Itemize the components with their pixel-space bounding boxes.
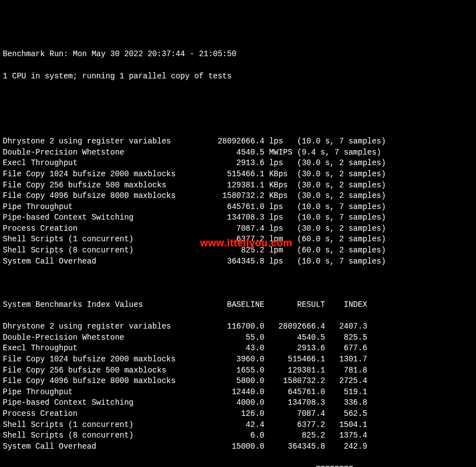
- index-row: File Copy 4096 bufsize 8000 maxblocks 58…: [3, 376, 473, 387]
- index-row: Shell Scripts (1 concurrent) 42.4 6377.2…: [3, 420, 473, 431]
- index-row: Dhrystone 2 using register variables 116…: [3, 321, 473, 332]
- cpu-line: 1 CPU in system; running 1 parallel copy…: [3, 71, 473, 82]
- index-block: Dhrystone 2 using register variables 116…: [3, 321, 473, 452]
- blank: [3, 115, 473, 126]
- result-row: Pipe-based Context Switching 134708.3 lp…: [3, 212, 473, 223]
- index-row: Pipe-based Context Switching 4000.0 1347…: [3, 398, 473, 409]
- result-row: Process Creation 7087.4 lps (30.0 s, 2 s…: [3, 223, 473, 235]
- result-row: File Copy 1024 bufsize 2000 maxblocks 51…: [3, 169, 473, 180]
- index-row: Double-Precision Whetstone 55.0 4540.5 8…: [3, 332, 473, 344]
- index-row: System Call Overhead 15000.0 364345.8 24…: [3, 441, 473, 453]
- results-block: Dhrystone 2 using register variables 280…: [3, 136, 473, 267]
- index-row: Process Creation 126.0 7087.4 562.5: [3, 409, 473, 420]
- result-row: File Copy 4096 bufsize 8000 maxblocks 15…: [3, 191, 473, 202]
- index-row: Pipe Throughput 12440.0 645761.0 519.1: [3, 387, 473, 398]
- index-divider: ========: [3, 463, 473, 467]
- result-row: File Copy 256 bufsize 500 maxblocks 1293…: [3, 180, 473, 191]
- result-row: Double-Precision Whetstone 4540.5 MWIPS …: [3, 147, 473, 158]
- result-row: Shell Scripts (1 concurrent) 6377.2 lpm …: [3, 234, 473, 245]
- blank: [3, 278, 473, 289]
- benchmark-run-line: Benchmark Run: Mon May 30 2022 20:37:44 …: [3, 49, 473, 60]
- blank: [3, 93, 473, 104]
- result-row: Shell Scripts (8 concurrent) 825.2 lpm (…: [3, 245, 473, 256]
- result-row: Pipe Throughput 645761.0 lps (10.0 s, 7 …: [3, 202, 473, 213]
- index-row: File Copy 1024 bufsize 2000 maxblocks 39…: [3, 354, 473, 365]
- result-row: System Call Overhead 364345.8 lps (10.0 …: [3, 256, 473, 267]
- index-row: Execl Throughput 43.0 2913.6 677.6: [3, 343, 473, 354]
- result-row: Dhrystone 2 using register variables 280…: [3, 136, 473, 147]
- index-row: File Copy 256 bufsize 500 maxblocks 1655…: [3, 365, 473, 376]
- result-row: Execl Throughput 2913.6 lps (30.0 s, 2 s…: [3, 158, 473, 169]
- index-row: Shell Scripts (8 concurrent) 6.0 825.2 1…: [3, 430, 473, 441]
- index-header-line: System Benchmarks Index Values BASELINE …: [3, 300, 473, 311]
